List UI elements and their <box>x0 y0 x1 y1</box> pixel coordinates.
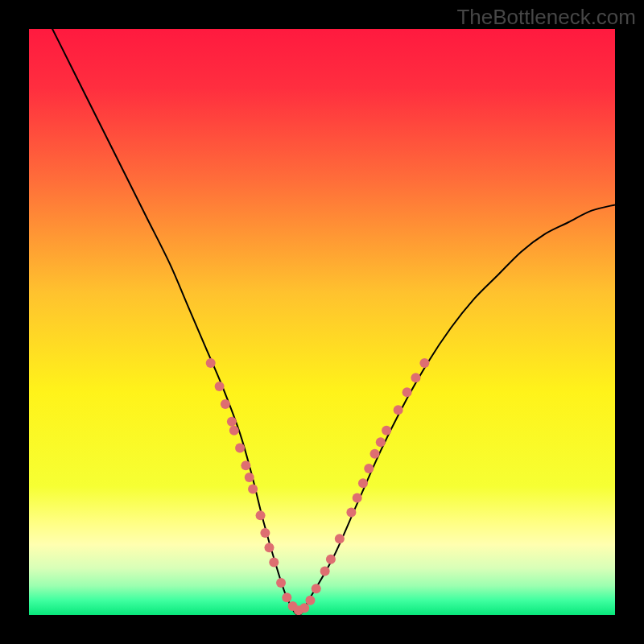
watermark-text: TheBottleneck.com <box>456 5 636 30</box>
bead-marker <box>411 373 420 382</box>
bead-marker <box>353 493 362 502</box>
bead-marker <box>382 426 391 436</box>
bead-marker <box>227 417 237 427</box>
bead-marker <box>364 464 374 473</box>
bead-marker <box>370 449 380 459</box>
bead-marker <box>248 484 258 493</box>
bead-marker <box>229 426 239 436</box>
outer-frame: TheBottleneck.com <box>0 0 644 644</box>
chart-svg <box>29 29 615 615</box>
bead-marker <box>358 478 368 488</box>
bead-marker <box>320 566 330 576</box>
bead-marker <box>305 596 315 605</box>
bead-marker <box>276 578 286 588</box>
bead-marker <box>215 382 225 391</box>
bead-marker <box>394 405 403 415</box>
bead-marker <box>419 358 429 368</box>
bead-marker <box>335 534 345 543</box>
bead-marker <box>241 460 250 470</box>
bead-marker <box>245 473 254 482</box>
bead-marker <box>376 437 386 447</box>
bead-marker <box>206 358 216 368</box>
bead-marker <box>264 543 274 552</box>
gradient-background <box>29 29 615 615</box>
bead-marker <box>269 557 279 567</box>
bead-marker <box>235 444 245 453</box>
bead-marker <box>326 555 336 564</box>
bead-marker <box>260 528 270 538</box>
bead-marker <box>256 510 266 520</box>
bead-marker <box>221 399 230 409</box>
bead-marker <box>282 592 291 602</box>
bead-marker <box>312 584 321 593</box>
bead-marker <box>346 508 356 518</box>
plot-area <box>29 29 615 615</box>
bead-marker <box>299 603 309 613</box>
bead-marker <box>402 387 412 397</box>
